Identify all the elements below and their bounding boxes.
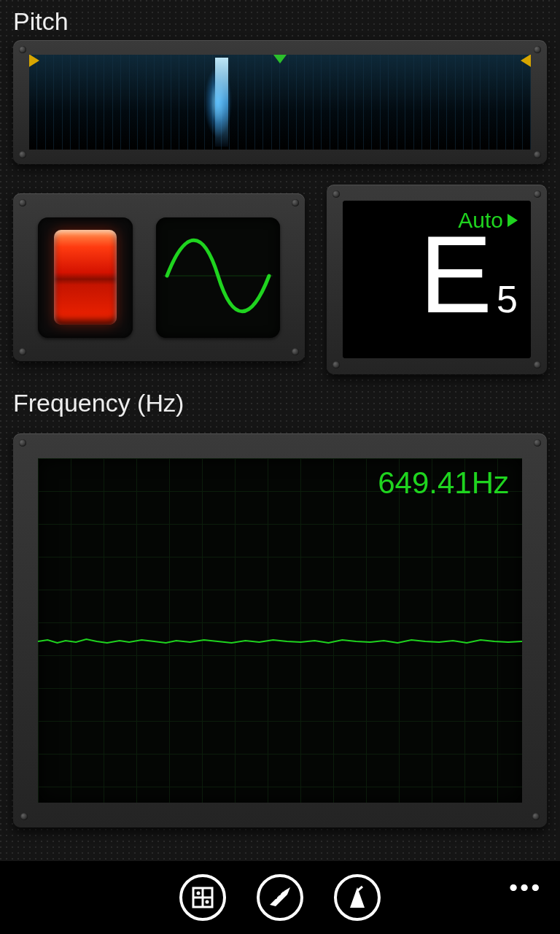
guitar-mode-button[interactable] (257, 874, 303, 921)
more-button[interactable]: ••• (509, 874, 542, 901)
guitar-headstock-icon (265, 883, 295, 912)
oscilloscope-screen: 649.41Hz (38, 458, 522, 803)
svg-point-4 (197, 892, 201, 895)
note-letter: E (419, 225, 492, 324)
note-display-panel[interactable]: Auto E 5 (327, 185, 547, 374)
pitch-label: Pitch (0, 0, 560, 40)
waveform-mode-button[interactable] (156, 217, 280, 338)
center-marker-icon (271, 55, 289, 63)
pitch-indicator (215, 58, 228, 147)
svg-point-7 (278, 892, 281, 895)
controls-panel (13, 193, 305, 361)
frequency-label: Frequency (Hz) (0, 382, 560, 422)
svg-point-8 (281, 889, 284, 892)
frequency-readout: 649.41Hz (378, 466, 509, 501)
oscilloscope-panel: 649.41Hz (13, 433, 547, 827)
flat-marker-icon (29, 55, 39, 68)
app-bar: ••• (0, 861, 560, 934)
metronome-icon (345, 885, 370, 910)
svg-point-6 (274, 896, 277, 899)
power-toggle[interactable] (38, 217, 133, 338)
tuner-icon (190, 885, 215, 910)
svg-line-9 (357, 887, 362, 891)
svg-point-5 (206, 900, 209, 904)
sharp-marker-icon (521, 55, 531, 68)
waveform-trace (38, 627, 522, 656)
metronome-mode-button[interactable] (334, 874, 381, 921)
note-octave: 5 (497, 277, 518, 324)
sine-wave-icon (163, 225, 273, 327)
pitch-scale (29, 55, 531, 150)
note-screen: Auto E 5 (343, 201, 531, 358)
power-rocker-icon (54, 230, 117, 325)
tuner-mode-button[interactable] (179, 874, 226, 921)
pitch-meter (13, 40, 547, 164)
